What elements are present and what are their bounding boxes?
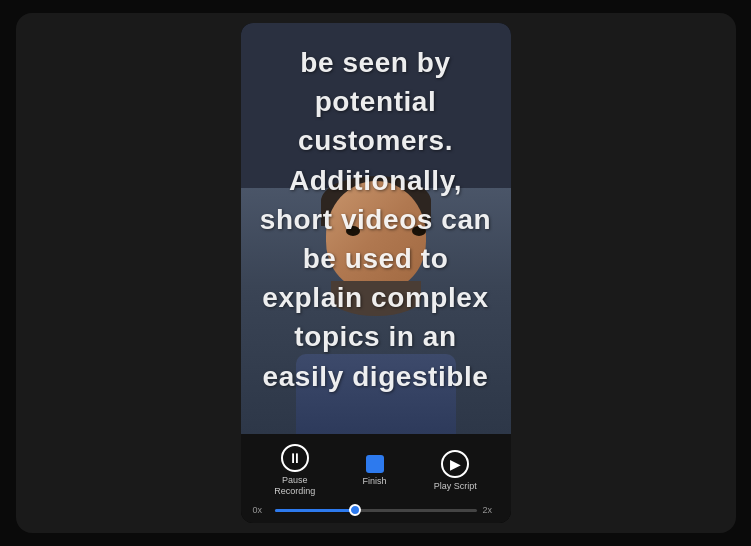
control-buttons: ⏸ Pause Recording Finish ▶	[241, 444, 511, 497]
finish-icon	[366, 455, 384, 473]
phone-frame: be seen by potential customers. Addition…	[241, 23, 511, 523]
finish-button[interactable]: Finish	[363, 455, 387, 487]
speed-slider-row: 0x 2x	[241, 505, 511, 515]
slider-thumb[interactable]	[349, 504, 361, 516]
finish-label: Finish	[363, 476, 387, 487]
person-eyes	[346, 226, 426, 236]
outer-container: be seen by potential customers. Addition…	[16, 13, 736, 533]
slider-fill	[275, 509, 356, 512]
video-area: be seen by potential customers. Addition…	[241, 23, 511, 434]
controls-bar: ⏸ Pause Recording Finish ▶	[241, 434, 511, 523]
person-face	[316, 181, 436, 311]
speed-max-label: 2x	[483, 505, 499, 515]
left-eye	[346, 226, 360, 236]
play-script-icon: ▶	[441, 450, 469, 478]
pause-recording-label: Pause Recording	[274, 475, 315, 497]
pause-icon: ⏸	[281, 444, 309, 472]
slider-track[interactable]	[275, 509, 477, 512]
right-eye	[412, 226, 426, 236]
play-script-label: Play Script	[434, 481, 477, 492]
face-oval	[326, 181, 426, 291]
pause-recording-button[interactable]: ⏸ Pause Recording	[274, 444, 315, 497]
speed-min-label: 0x	[253, 505, 269, 515]
play-script-button[interactable]: ▶ Play Script	[434, 450, 477, 492]
person-shirt	[296, 354, 456, 434]
person-beard	[331, 281, 421, 316]
